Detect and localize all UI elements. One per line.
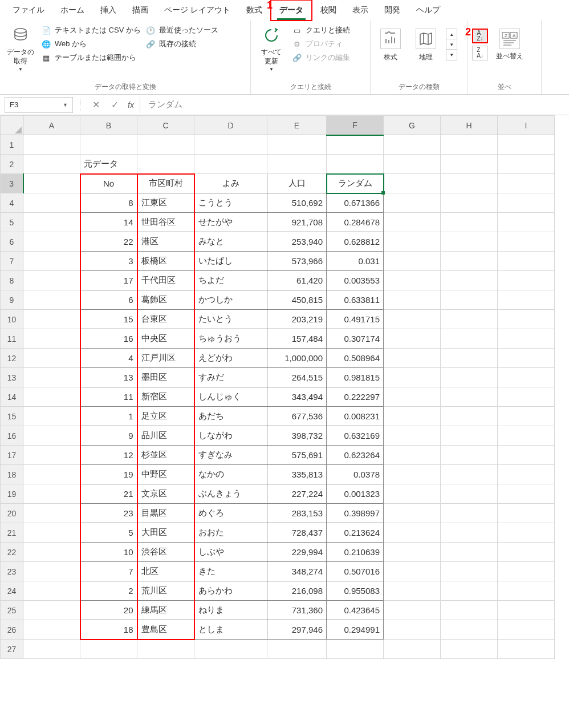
cell[interactable]: 20 [80, 601, 137, 620]
scroll-down-button[interactable]: ▾ [446, 39, 457, 50]
col-header-d[interactable]: D [194, 116, 267, 135]
cell[interactable]: 728,437 [267, 523, 327, 543]
cell[interactable]: 新宿区 [137, 387, 194, 407]
sort-dialog-button[interactable]: ZA 並べ替え [494, 29, 526, 61]
cell[interactable]: 0.633811 [327, 290, 384, 310]
row-header[interactable]: 21 [1, 523, 23, 543]
cell[interactable]: なかの [194, 465, 267, 484]
cell[interactable]: ちよだ [194, 271, 267, 290]
col-header-i[interactable]: I [498, 116, 555, 135]
tab-home[interactable]: ホーム [52, 1, 92, 20]
cell[interactable]: えどがわ [194, 349, 267, 368]
tab-page-layout[interactable]: ページ レイアウト [156, 1, 238, 20]
cell[interactable]: 3 [80, 252, 137, 271]
tab-draw[interactable]: 描画 [124, 1, 156, 20]
cell[interactable]: 8 [80, 193, 137, 213]
cell[interactable]: 0.671366 [327, 193, 384, 213]
tab-formulas[interactable]: 数式 [238, 1, 270, 20]
cell[interactable]: 0.507016 [327, 562, 384, 581]
cell[interactable]: みなと [194, 232, 267, 252]
tab-developer[interactable]: 開発 [376, 1, 408, 20]
cell[interactable]: 264,515 [267, 368, 327, 387]
cell[interactable]: 0.001323 [327, 484, 384, 504]
row-header[interactable]: 17 [1, 446, 23, 465]
cell[interactable]: 0.632169 [327, 426, 384, 446]
row-header[interactable]: 7 [1, 252, 23, 271]
cell[interactable]: 0.294991 [327, 620, 384, 640]
cell-header-no[interactable]: No [80, 174, 137, 193]
row-header[interactable]: 20 [1, 504, 23, 523]
from-csv-button[interactable]: 📄 テキストまたは CSV から [41, 25, 141, 35]
row-header[interactable]: 4 [1, 193, 23, 213]
cell[interactable]: 1 [80, 407, 137, 426]
cell[interactable]: 練馬区 [137, 601, 194, 620]
cell[interactable]: 343,494 [267, 387, 327, 407]
row-header[interactable]: 26 [1, 620, 23, 640]
row-header[interactable]: 16 [1, 426, 23, 446]
cell[interactable]: 510,692 [267, 193, 327, 213]
cell[interactable]: 墨田区 [137, 368, 194, 387]
col-header-e[interactable]: E [267, 116, 327, 135]
cell[interactable]: 575,691 [267, 446, 327, 465]
cell[interactable]: 0.398997 [327, 504, 384, 523]
cell[interactable]: 15 [80, 310, 137, 329]
cell-header-yomi[interactable]: よみ [194, 174, 267, 193]
stocks-button[interactable]: 株式 [375, 29, 406, 62]
cell[interactable]: 398,732 [267, 426, 327, 446]
cell[interactable]: 0.213624 [327, 523, 384, 543]
cell[interactable]: あらかわ [194, 581, 267, 601]
cell[interactable]: 157,484 [267, 329, 327, 349]
from-web-button[interactable]: 🌐 Web から [41, 39, 141, 49]
cell[interactable]: 9 [80, 426, 137, 446]
cell[interactable]: 203,219 [267, 310, 327, 329]
cell[interactable]: 0.284678 [327, 213, 384, 232]
cell[interactable]: 0.031 [327, 252, 384, 271]
row-header[interactable]: 9 [1, 290, 23, 310]
cell[interactable]: 227,224 [267, 484, 327, 504]
cell[interactable]: 13 [80, 368, 137, 387]
cell[interactable]: 港区 [137, 232, 194, 252]
cell[interactable]: 江戸川区 [137, 349, 194, 368]
row-header[interactable]: 15 [1, 407, 23, 426]
row-header[interactable]: 27 [1, 640, 23, 659]
cell[interactable]: おおた [194, 523, 267, 543]
cell[interactable]: 板橋区 [137, 252, 194, 271]
row-header[interactable]: 6 [1, 232, 23, 252]
cell[interactable]: 0.210639 [327, 543, 384, 562]
cell[interactable]: 0.623264 [327, 446, 384, 465]
cell[interactable]: 18 [80, 620, 137, 640]
cell[interactable]: 16 [80, 329, 137, 349]
cell[interactable]: 22 [80, 232, 137, 252]
row-header[interactable]: 13 [1, 368, 23, 387]
row-header[interactable]: 14 [1, 387, 23, 407]
row-header[interactable]: 19 [1, 484, 23, 504]
accept-formula-button[interactable]: ✓ [105, 99, 124, 110]
cell[interactable]: 北区 [137, 562, 194, 581]
cell[interactable]: 0.0378 [327, 465, 384, 484]
cell-header-pop[interactable]: 人口 [267, 174, 327, 193]
col-header-c[interactable]: C [137, 116, 194, 135]
cell[interactable]: ぶんきょう [194, 484, 267, 504]
cell[interactable]: 4 [80, 349, 137, 368]
cell[interactable]: 1,000,000 [267, 349, 327, 368]
cell-header-rand[interactable]: ランダム [327, 174, 384, 193]
cell[interactable]: 中央区 [137, 329, 194, 349]
cell[interactable]: 677,536 [267, 407, 327, 426]
cell[interactable]: かつしか [194, 290, 267, 310]
col-header-h[interactable]: H [441, 116, 498, 135]
cell[interactable]: 19 [80, 465, 137, 484]
row-header[interactable]: 10 [1, 310, 23, 329]
cell[interactable]: 中野区 [137, 465, 194, 484]
cell[interactable]: 目黒区 [137, 504, 194, 523]
cell[interactable]: たいとう [194, 310, 267, 329]
from-table-button[interactable]: ▦ テーブルまたは範囲から [41, 52, 141, 63]
tab-insert[interactable]: 挿入 [92, 1, 124, 20]
cell[interactable]: せたがや [194, 213, 267, 232]
get-data-button[interactable]: データの 取得 ▼ [5, 23, 36, 74]
cell[interactable]: 10 [80, 543, 137, 562]
scroll-more-button[interactable]: ▾ [446, 50, 457, 60]
cell[interactable]: ねりま [194, 601, 267, 620]
existing-connections-button[interactable]: 🔗 既存の接続 [145, 39, 218, 49]
queries-connections-button[interactable]: ▭ クエリと接続 [292, 25, 350, 35]
cell[interactable]: しながわ [194, 426, 267, 446]
